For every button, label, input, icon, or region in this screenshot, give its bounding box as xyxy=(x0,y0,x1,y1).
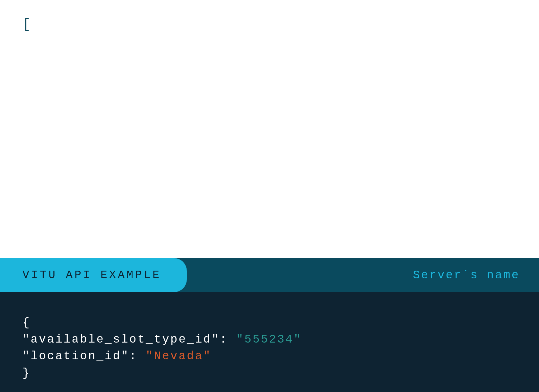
server-name-label: Server`s name xyxy=(413,269,520,282)
open-bracket: [ xyxy=(22,17,31,32)
code-value-slot-type: "555234" xyxy=(236,333,302,346)
code-key-slot-type: "available_slot_type_id": xyxy=(22,333,236,346)
code-header: VITU API EXAMPLE Server`s name xyxy=(0,258,539,292)
code-line-close-brace: } xyxy=(22,365,517,382)
code-line-slot-type: "available_slot_type_id": "555234" xyxy=(22,331,517,348)
code-line-location: "location_id": "Nevada" xyxy=(22,348,517,365)
code-tab-label: VITU API EXAMPLE xyxy=(0,258,187,292)
code-key-location: "location_id": xyxy=(22,350,146,363)
code-value-location: "Nevada" xyxy=(146,350,212,363)
code-line-open-brace: { xyxy=(22,315,517,331)
code-example-block: VITU API EXAMPLE Server`s name { "availa… xyxy=(0,258,539,392)
code-body: { "available_slot_type_id": "555234" "lo… xyxy=(0,292,539,382)
